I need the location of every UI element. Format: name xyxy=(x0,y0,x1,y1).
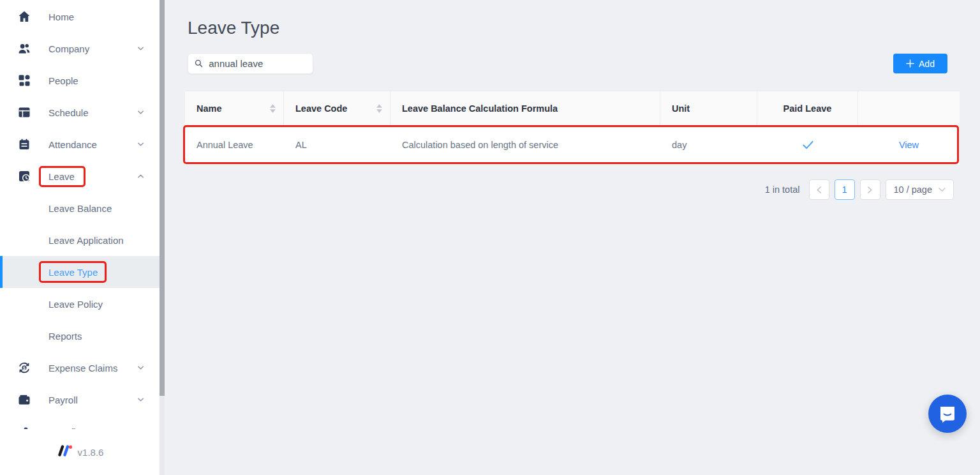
chevron-down-icon xyxy=(137,396,144,403)
home-icon xyxy=(18,10,31,23)
search-box xyxy=(188,53,313,74)
sidebar-item-label: Leave xyxy=(48,171,75,182)
sidebar-item-label: Leave Application xyxy=(48,235,124,246)
column-label: Paid Leave xyxy=(783,103,832,114)
column-header-name[interactable]: Name xyxy=(185,91,284,125)
search-input[interactable] xyxy=(207,57,306,70)
leave-clock-icon xyxy=(18,170,31,183)
pagination-total: 1 in total xyxy=(765,185,800,195)
column-label: Name xyxy=(197,103,222,114)
chevron-down-icon xyxy=(137,109,144,116)
sort-icon[interactable] xyxy=(376,104,382,113)
sidebar-scrollbar-track[interactable] xyxy=(160,0,165,475)
sidebar: Home Company People Schedule xyxy=(0,0,165,475)
pagination-prev-button[interactable] xyxy=(809,179,829,200)
chevron-down-icon xyxy=(939,187,946,192)
column-header-actions xyxy=(858,91,960,125)
sidebar-item-leave-type[interactable]: Leave Type xyxy=(0,256,160,288)
chat-bubble-icon xyxy=(938,404,957,423)
check-icon xyxy=(803,140,813,149)
page-size-value: 10 / page xyxy=(894,185,932,195)
column-header-paid-leave: Paid Leave xyxy=(757,91,858,125)
table-header-row: Name Leave Code Leave Balance Calculatio… xyxy=(185,91,960,125)
leave-type-table: Name Leave Code Leave Balance Calculatio… xyxy=(185,91,960,165)
column-header-unit: Unit xyxy=(660,91,757,125)
sidebar-item-label: Expense Claims xyxy=(48,363,117,373)
chevron-down-icon xyxy=(137,365,144,372)
chevron-right-icon xyxy=(867,186,873,193)
app-logo xyxy=(56,445,73,459)
cell-unit: day xyxy=(660,125,757,165)
sidebar-item-label: Leave Policy xyxy=(48,299,103,310)
page-size-select[interactable]: 10 / page xyxy=(886,179,954,200)
sidebar-item-company[interactable]: Company xyxy=(0,33,160,64)
chevron-left-icon xyxy=(816,186,822,193)
sidebar-item-label: People xyxy=(48,75,78,86)
svg-text:$: $ xyxy=(23,366,26,371)
sidebar-item-people[interactable]: People xyxy=(0,64,160,96)
cell-paid-leave xyxy=(757,125,858,165)
sidebar-item-leave[interactable]: Leave xyxy=(0,160,160,192)
column-label: Leave Balance Calculation Formula xyxy=(402,103,558,114)
sidebar-item-home[interactable]: Home xyxy=(0,1,160,33)
chat-launcher-button[interactable] xyxy=(928,395,967,433)
sidebar-item-leave-policy[interactable]: Leave Policy xyxy=(0,288,160,320)
sidebar-item-leave-balance[interactable]: Leave Balance xyxy=(0,192,160,224)
search-icon xyxy=(195,59,203,68)
sidebar-scrollbar-thumb[interactable] xyxy=(160,0,165,396)
sidebar-item-schedule[interactable]: Schedule xyxy=(0,96,160,128)
people-icon xyxy=(18,74,31,87)
sort-icon[interactable] xyxy=(270,104,276,113)
sidebar-footer: v1.8.6 xyxy=(0,429,160,475)
sidebar-item-label: Home xyxy=(48,11,74,22)
sidebar-item-label: Payroll xyxy=(48,395,78,405)
payroll-wallet-icon xyxy=(18,393,31,406)
cell-name: Annual Leave xyxy=(185,125,284,165)
sidebar-item-payroll[interactable]: Payroll xyxy=(0,384,160,416)
sidebar-item-label: Attendance xyxy=(48,139,97,150)
pagination-next-button[interactable] xyxy=(860,179,880,200)
chevron-down-icon xyxy=(137,141,144,148)
attendance-icon xyxy=(18,138,31,151)
table-row[interactable]: Annual Leave AL Calculation based on len… xyxy=(185,125,960,165)
column-header-leave-code[interactable]: Leave Code xyxy=(284,91,390,125)
column-label: Leave Code xyxy=(295,103,347,114)
schedule-icon xyxy=(18,106,31,119)
cell-actions: View xyxy=(858,125,960,165)
sidebar-item-label: Leave Balance xyxy=(48,203,112,214)
sidebar-item-attendance[interactable]: Attendance xyxy=(0,128,160,160)
add-button[interactable]: Add xyxy=(893,54,947,73)
column-header-formula: Leave Balance Calculation Formula xyxy=(390,91,660,125)
pagination: 1 in total 1 10 / page xyxy=(765,179,954,200)
app-version: v1.8.6 xyxy=(78,447,104,458)
sidebar-item-label: Reports xyxy=(48,331,82,342)
add-button-label: Add xyxy=(919,59,935,69)
sidebar-item-reports[interactable]: Reports xyxy=(0,320,160,352)
expense-claims-icon: $ xyxy=(18,361,31,374)
company-icon xyxy=(18,42,31,55)
column-label: Unit xyxy=(672,103,690,114)
page-title: Leave Type xyxy=(188,18,279,38)
chevron-down-icon xyxy=(137,45,144,52)
sidebar-item-leave-application[interactable]: Leave Application xyxy=(0,224,160,256)
plus-icon xyxy=(906,59,914,68)
sidebar-item-expense-claims[interactable]: $ Expense Claims xyxy=(0,352,160,384)
cell-formula: Calculation based on length of service xyxy=(390,125,660,165)
sidebar-item-label: Company xyxy=(48,43,89,54)
chevron-up-icon xyxy=(137,173,144,180)
main-content: Leave Type Add Name Leave Code xyxy=(165,0,980,475)
sidebar-item-label: Leave Type xyxy=(48,267,98,278)
sidebar-item-label: Schedule xyxy=(48,107,89,118)
sidebar-menu: Home Company People Schedule xyxy=(0,1,160,448)
cell-leave-code: AL xyxy=(284,125,390,165)
view-link[interactable]: View xyxy=(899,140,919,150)
pagination-page-1[interactable]: 1 xyxy=(835,179,855,200)
